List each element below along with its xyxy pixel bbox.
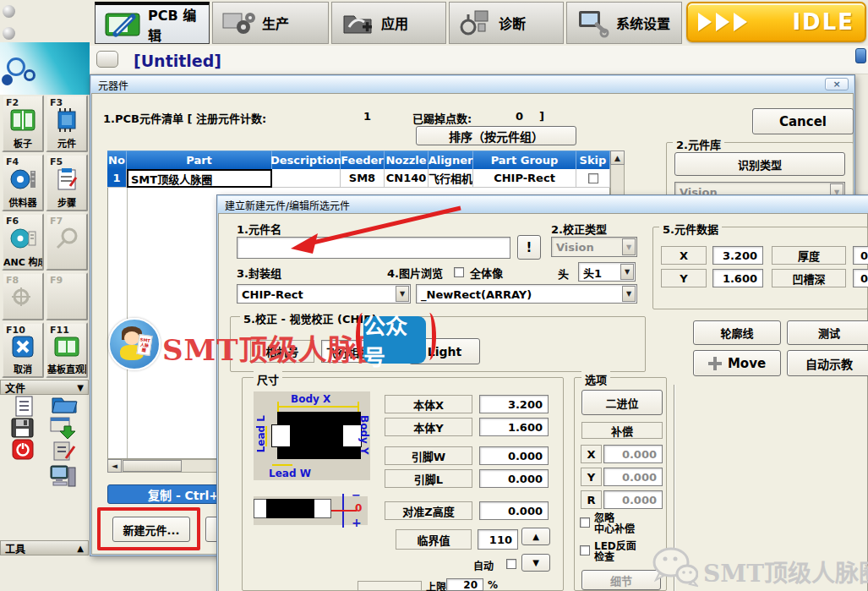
scroll-up-button[interactable]: ▲ xyxy=(610,150,625,165)
fkey-board[interactable]: F2 板子 xyxy=(2,95,44,152)
components-dialog-titlebar[interactable]: 元器件 xyxy=(91,76,854,93)
move-cross-icon xyxy=(708,357,722,370)
sort-button[interactable]: 排序（按元件组） xyxy=(416,126,576,145)
cancel-button-label: Cancel xyxy=(779,114,827,129)
image-dropdown[interactable]: _NewRect(ARRAY) ▼ xyxy=(416,284,637,304)
cell-no[interactable]: 1 xyxy=(107,169,127,188)
cancel-button[interactable]: Cancel xyxy=(752,108,854,134)
data-check-icon[interactable] xyxy=(52,440,76,467)
scroll-up-icon: ▲ xyxy=(614,154,620,162)
head-value: 头1 xyxy=(583,264,602,280)
alert-button[interactable]: ! xyxy=(517,235,541,260)
fkey-number: F3 xyxy=(50,97,63,108)
auto-teach-button[interactable]: 自动示教 xyxy=(787,350,868,376)
align-z-height-value[interactable]: 0.000 xyxy=(479,501,549,520)
corner-artwork xyxy=(0,42,90,95)
move-button[interactable]: Move xyxy=(693,350,781,376)
z-minus: − xyxy=(352,489,361,501)
fkey-label: 基板直观图 xyxy=(47,362,86,375)
part-name-label: 1.元件名 xyxy=(237,221,281,237)
tools-section-header[interactable]: 工具 ▲ xyxy=(0,540,89,555)
cell-feeder[interactable]: SM8 xyxy=(341,169,385,188)
auto-teach-button-label: 自动示教 xyxy=(805,355,853,372)
lead-w-field-value[interactable]: 0.000 xyxy=(479,446,549,465)
package-group-dropdown[interactable]: CHIP-Rect ▼ xyxy=(237,284,411,304)
body-x-field-value[interactable]: 3.200 xyxy=(479,395,549,413)
ignore-center-checkbox[interactable] xyxy=(580,517,590,528)
cell-aligner[interactable]: 飞行相机 xyxy=(429,169,473,188)
groove-depth-value[interactable]: 0 xyxy=(853,269,868,287)
part-data-x-value[interactable]: 3.200 xyxy=(712,246,763,265)
threshold-value[interactable]: 110 xyxy=(478,529,518,550)
fkey-step[interactable]: F5 步骤 xyxy=(46,154,88,211)
tab-diagnosis[interactable]: 诊断 xyxy=(449,2,564,44)
fkey-number: F10 xyxy=(6,325,25,336)
correction-type-dropdown[interactable]: Vision ▼ xyxy=(551,237,637,257)
fkey-feeder[interactable]: F4 供料器 xyxy=(2,154,44,211)
threshold-down-button[interactable]: ▼ xyxy=(521,554,550,572)
fkey-anc-config[interactable]: F6 ANC 构成 xyxy=(2,213,44,271)
window-menu-button[interactable] xyxy=(96,51,118,68)
comp-y-label: Y xyxy=(581,468,602,486)
fkey-part[interactable]: F3 元件 xyxy=(46,95,88,152)
cell-part-selected[interactable]: SMT顶级人脉圈 xyxy=(127,169,272,188)
led-reverse-checkbox[interactable] xyxy=(580,545,590,555)
contour-button-label: 轮廓线 xyxy=(720,325,753,341)
fkey-label: 取消 xyxy=(3,362,42,375)
correction-type-label: 2.校正类型 xyxy=(551,221,607,237)
col-nozzle: Nozzle xyxy=(385,150,429,169)
open-folder-icon[interactable] xyxy=(51,391,78,419)
lead-w-field-label: 引脚W xyxy=(385,446,472,465)
feeder-icon xyxy=(9,167,36,194)
tab-production[interactable]: 生产 xyxy=(212,2,329,44)
part-data-y-value[interactable]: 1.600 xyxy=(712,269,763,287)
idle-status-button[interactable]: IDLE xyxy=(686,2,866,42)
contour-button[interactable]: 轮廓线 xyxy=(693,320,781,345)
tab-system-settings[interactable]: 系统设置 xyxy=(566,2,682,44)
thickness-value[interactable]: 0 xyxy=(853,246,868,265)
computer-icon[interactable] xyxy=(49,464,78,493)
cell-description[interactable] xyxy=(272,169,341,188)
cell-part-group[interactable]: CHIP-Rect xyxy=(473,169,576,188)
full-image-checkbox[interactable] xyxy=(454,267,464,277)
close-button[interactable]: × xyxy=(825,78,849,90)
col-skip: Skip xyxy=(576,150,610,169)
horizontal-scrollbar-thumb[interactable] xyxy=(123,460,182,472)
spinner-down-icon: ▼ xyxy=(532,558,539,567)
test-button[interactable]: 测试 xyxy=(787,320,868,345)
diagnosis-icon xyxy=(458,8,492,38)
binary-button[interactable]: 二进位 xyxy=(581,390,663,415)
part-data-x-label: X xyxy=(661,246,707,265)
fkey-board-view[interactable]: F11 基板直观图 xyxy=(46,322,88,378)
threshold-up-button[interactable]: ▲ xyxy=(521,528,550,545)
skip-checkbox[interactable] xyxy=(588,173,598,183)
power-off-icon[interactable] xyxy=(12,439,34,463)
upper-limit-value[interactable]: 20 xyxy=(446,578,483,591)
comp-x-value: 0.000 xyxy=(603,445,663,463)
copy-button-label: 复制 - Ctrl+ xyxy=(148,486,219,503)
binary-button-label: 二进位 xyxy=(605,395,638,411)
fkey-number: F6 xyxy=(6,216,19,227)
fkey-cancel[interactable]: F10 取消 xyxy=(2,322,44,378)
cell-nozzle[interactable]: CN140 xyxy=(385,169,429,188)
chevron-down-icon: ▼ xyxy=(622,286,636,302)
head-dropdown[interactable]: 头1 ▼ xyxy=(578,262,636,282)
recognition-type-button[interactable]: 识别类型 xyxy=(674,152,845,176)
watermark-bubble: 公众号 xyxy=(363,316,426,364)
part-library-group-label: 2.元件库 xyxy=(673,136,724,152)
skipped-label: 已踢掉点数: xyxy=(412,110,472,126)
tab-pcb-edit[interactable]: PCB 编辑 xyxy=(95,2,210,44)
wechat-icon xyxy=(651,545,698,591)
tab-label: 应用 xyxy=(381,13,408,33)
lead-l-field-value[interactable]: 0.000 xyxy=(479,469,549,488)
pcb-list-label: 1.PCB元件清单 [ 注册元件计数: xyxy=(103,110,266,126)
scroll-left-button[interactable]: ◄ xyxy=(107,459,122,473)
magnifier-icon xyxy=(53,227,80,254)
auto-checkbox[interactable] xyxy=(506,559,516,569)
comp-r-label: R xyxy=(581,490,602,509)
board-icon xyxy=(9,108,36,135)
fkey-number: F2 xyxy=(6,97,19,108)
tab-application[interactable]: 应用 xyxy=(331,2,446,44)
skipped-count: 0 xyxy=(516,110,523,123)
col-feeder: Feeder xyxy=(341,150,385,169)
